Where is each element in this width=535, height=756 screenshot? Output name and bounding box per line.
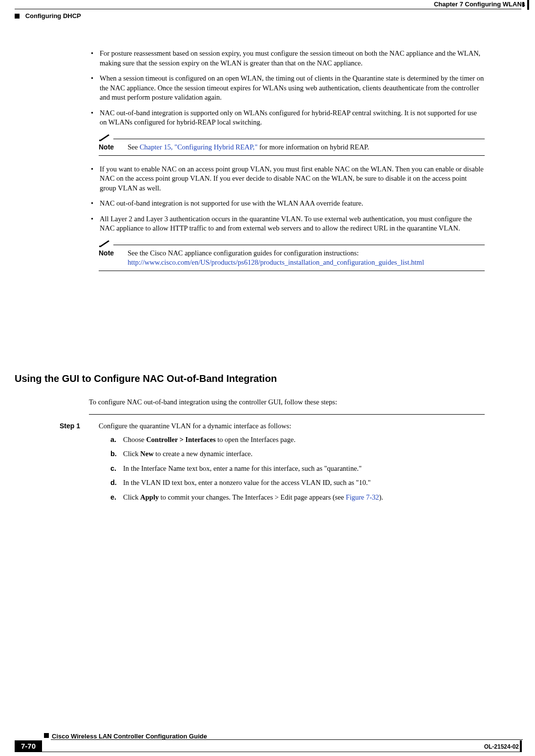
step-1-text: Configure the quarantine VLAN for a dyna… bbox=[99, 422, 291, 430]
intro-text: To configure NAC out-of-band integration… bbox=[89, 398, 485, 407]
sub-text: Click Apply to commit your changes. The … bbox=[123, 493, 383, 503]
bullet-item: NAC out-of-band integration is supported… bbox=[89, 108, 485, 127]
step-1-label: Step 1 bbox=[60, 421, 90, 507]
pencil-icon bbox=[99, 133, 110, 141]
steps-column: To configure NAC out-of-band integration… bbox=[89, 392, 485, 507]
bullet-item: All Layer 2 and Layer 3 authentication o… bbox=[89, 214, 485, 233]
sub-text: In the Interface Name text box, enter a … bbox=[123, 464, 362, 474]
note-label: Note bbox=[99, 249, 114, 268]
nac-guide-link[interactable]: http://www.cisco.com/en/US/products/ps61… bbox=[128, 258, 424, 266]
bullet-list-2: If you want to enable NAC on an access p… bbox=[89, 165, 485, 233]
substep-b: b. Click New to create a new dynamic int… bbox=[110, 449, 485, 459]
bullet-text: NAC out-of-band integration is supported… bbox=[100, 109, 477, 126]
t: Click bbox=[123, 450, 140, 458]
sub-text: In the VLAN ID text box, enter a nonzero… bbox=[123, 478, 371, 488]
bullet-text: For posture reassessment based on sessio… bbox=[100, 49, 480, 67]
sub-marker: a. bbox=[110, 435, 123, 445]
content-column: For posture reassessment based on sessio… bbox=[89, 49, 485, 280]
substep-d: d. In the VLAN ID text box, enter a nonz… bbox=[110, 478, 485, 488]
footer-underline bbox=[42, 752, 520, 752]
note-pre: See bbox=[128, 143, 140, 151]
sub-marker: c. bbox=[110, 464, 123, 474]
substep-a: a. Choose Controller > Interfaces to ope… bbox=[110, 435, 485, 445]
section-label: Configuring DHCP bbox=[25, 12, 81, 21]
page-number: 7-70 bbox=[15, 740, 42, 752]
note-text: See Chapter 15, "Configuring Hybrid REAP… bbox=[128, 143, 369, 152]
note-text: See the Cisco NAC appliance configuratio… bbox=[128, 249, 424, 268]
footer-square-icon bbox=[44, 733, 49, 738]
note-post: for more information on hybrid REAP. bbox=[257, 143, 369, 151]
bullet-list-1: For posture reassessment based on sessio… bbox=[89, 49, 485, 127]
substeps-list: a. Choose Controller > Interfaces to ope… bbox=[110, 435, 485, 503]
bullet-text: When a session timeout is configured on … bbox=[100, 74, 484, 101]
sub-marker: d. bbox=[110, 478, 123, 488]
bullet-text: NAC out-of-band integration is not suppo… bbox=[100, 199, 363, 207]
bullet-item: For posture reassessment based on sessio… bbox=[89, 49, 485, 68]
note-rule-top bbox=[113, 245, 485, 245]
header-square-icon bbox=[15, 14, 20, 19]
t: to create a new dynamic interface. bbox=[153, 450, 252, 458]
bullet-item: When a session timeout is configured on … bbox=[89, 74, 485, 103]
bullet-text: All Layer 2 and Layer 3 authentication o… bbox=[100, 215, 472, 232]
doc-id: OL-21524-02 bbox=[484, 743, 519, 751]
bold: Controller > Interfaces bbox=[146, 436, 215, 443]
pencil-icon bbox=[99, 239, 110, 247]
sub-marker: e. bbox=[110, 493, 123, 503]
note-rule-bottom bbox=[99, 155, 485, 156]
svg-rect-1 bbox=[99, 140, 101, 141]
header-band: Chapter 7 Configuring WLANs bbox=[12, 0, 525, 10]
note-block-2: Note See the Cisco NAC appliance configu… bbox=[99, 239, 485, 271]
t: Choose bbox=[123, 436, 146, 443]
header-left: Configuring DHCP bbox=[15, 11, 81, 21]
sub-marker: b. bbox=[110, 449, 123, 459]
page: Chapter 7 Configuring WLANs Configuring … bbox=[0, 0, 535, 756]
footer: Cisco Wireless LAN Controller Configurat… bbox=[15, 732, 523, 741]
note-rule-bottom bbox=[99, 271, 485, 271]
note-line1: See the Cisco NAC appliance configuratio… bbox=[128, 249, 359, 257]
chapter-label: Chapter 7 Configuring WLANs bbox=[434, 0, 525, 9]
footer-side-bar bbox=[520, 740, 525, 752]
bold: New bbox=[140, 450, 153, 458]
note-label: Note bbox=[99, 143, 114, 152]
chapter-15-link[interactable]: Chapter 15, "Configuring Hybrid REAP," bbox=[140, 143, 257, 151]
footer-rule bbox=[51, 739, 523, 740]
substep-c: c. In the Interface Name text box, enter… bbox=[110, 464, 485, 474]
substep-e: e. Click Apply to commit your changes. T… bbox=[110, 493, 485, 503]
note-rule-top bbox=[113, 139, 485, 139]
t: to open the Interfaces page. bbox=[215, 436, 295, 443]
bold: Apply bbox=[140, 493, 159, 501]
t: Click bbox=[123, 493, 140, 501]
step-1-row: Step 1 Configure the quarantine VLAN for… bbox=[50, 421, 485, 507]
svg-rect-3 bbox=[99, 246, 101, 247]
figure-7-32-link[interactable]: Figure 7-32 bbox=[346, 493, 379, 501]
t: ). bbox=[379, 493, 383, 501]
sub-text: Choose Controller > Interfaces to open t… bbox=[123, 435, 296, 445]
footer-top: Cisco Wireless LAN Controller Configurat… bbox=[15, 732, 523, 741]
footer-bar: 7-70 OL-21524-02 bbox=[15, 740, 523, 752]
subheading: Using the GUI to Configure NAC Out-of-Ba… bbox=[15, 372, 277, 385]
t: to commit your changes. The Interfaces >… bbox=[159, 493, 346, 501]
bullet-item: NAC out-of-band integration is not suppo… bbox=[89, 199, 485, 209]
header-bar-right-2 bbox=[522, 2, 524, 7]
bullet-item: If you want to enable NAC on an access p… bbox=[89, 165, 485, 193]
note-block-1: Note See Chapter 15, "Configuring Hybrid… bbox=[99, 133, 485, 156]
step-1-content: Configure the quarantine VLAN for a dyna… bbox=[99, 421, 485, 507]
step-divider bbox=[89, 414, 485, 415]
sub-text: Click New to create a new dynamic interf… bbox=[123, 449, 253, 459]
bullet-text: If you want to enable NAC on an access p… bbox=[100, 165, 484, 192]
header-rule bbox=[15, 9, 521, 9]
header-bar-right-1 bbox=[527, 0, 529, 10]
